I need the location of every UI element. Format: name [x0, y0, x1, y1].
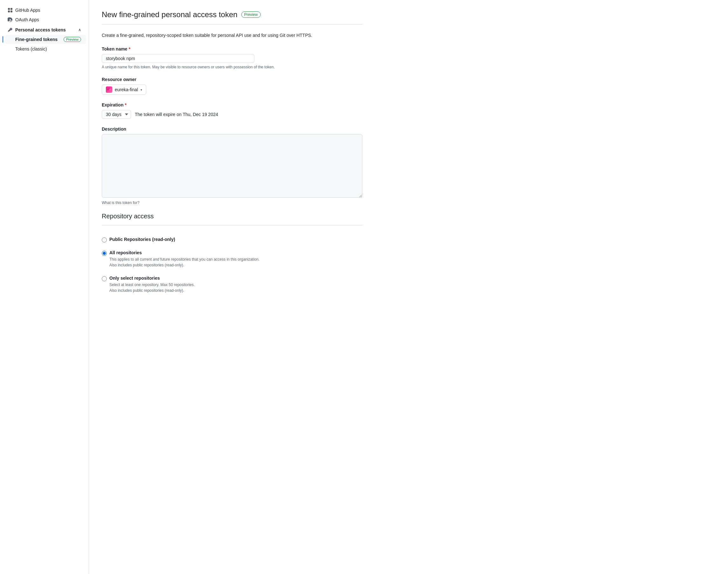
- svg-rect-2: [109, 88, 110, 89]
- sidebar-item-github-apps[interactable]: GitHub Apps: [3, 6, 86, 15]
- radio-select-repos-label: Only select repositories: [109, 276, 195, 281]
- main-content: New fine-grained personal access token P…: [89, 0, 375, 574]
- repository-access-section: Repository access Public Repositories (r…: [102, 213, 362, 297]
- radio-public-repos-labels: Public Repositories (read-only): [109, 237, 175, 242]
- page-title: New fine-grained personal access token: [102, 10, 238, 19]
- grid-icon: [8, 8, 13, 13]
- sidebar-item-tokens-classic[interactable]: Tokens (classic): [5, 44, 86, 53]
- token-name-section: Token name * A unique name for this toke…: [102, 46, 362, 69]
- resource-owner-button[interactable]: eureka-final ▾: [102, 85, 146, 95]
- radio-item-public-repos: Public Repositories (read-only): [102, 233, 362, 246]
- sidebar-group-personal-access-tokens: Personal access tokens ∧ Fine-grained to…: [0, 26, 89, 53]
- sidebar-item-oauth-apps[interactable]: OAuth Apps: [3, 15, 86, 24]
- expiration-hint-text: The token will expire on Thu, Dec 19 202…: [135, 112, 218, 117]
- radio-all-repos-description: This applies to all current and future r…: [109, 256, 259, 268]
- description-hint: What is this token for?: [102, 201, 362, 205]
- radio-item-all-repos: All repositories This applies to all cur…: [102, 246, 362, 272]
- radio-public-repos[interactable]: [102, 237, 107, 243]
- radio-group-repo-access: Public Repositories (read-only) All repo…: [102, 233, 362, 297]
- description-textarea[interactable]: [102, 134, 362, 198]
- sidebar-item-oauth-apps-label: OAuth Apps: [15, 17, 39, 22]
- radio-select-repos[interactable]: [102, 276, 107, 281]
- repository-access-title: Repository access: [102, 213, 362, 220]
- page-title-row: New fine-grained personal access token P…: [102, 10, 362, 19]
- repo-access-divider: [102, 225, 362, 226]
- sidebar-item-fine-grained-tokens[interactable]: Fine-grained tokens Preview: [5, 35, 86, 44]
- chevron-up-icon: ∧: [78, 28, 81, 32]
- sidebar-group-label: Personal access tokens: [15, 27, 66, 32]
- expiration-row: 30 days 60 days 90 days Custom The token…: [102, 110, 362, 119]
- chevron-down-icon: ▾: [140, 88, 142, 91]
- token-name-hint: A unique name for this token. May be vis…: [102, 65, 362, 69]
- key-icon: [8, 27, 13, 32]
- person-icon: [8, 17, 13, 22]
- resource-owner-name: eureka-final: [115, 87, 138, 92]
- fine-grained-preview-badge: Preview: [64, 37, 81, 42]
- expiration-select[interactable]: 30 days 60 days 90 days Custom: [102, 110, 131, 119]
- token-name-label: Token name *: [102, 46, 362, 51]
- description-label: Description: [102, 126, 362, 132]
- org-avatar: [106, 86, 112, 93]
- sidebar: GitHub Apps OAuth Apps Personal access t…: [0, 0, 89, 574]
- sidebar-child-fine-grained-label: Fine-grained tokens: [15, 37, 57, 42]
- expiration-required-star: *: [125, 102, 126, 108]
- radio-all-repos-label: All repositories: [109, 250, 259, 255]
- page-title-badge: Preview: [241, 11, 261, 18]
- token-name-input[interactable]: [102, 54, 254, 63]
- page-description: Create a fine-grained, repository-scoped…: [102, 32, 362, 39]
- sidebar-item-github-apps-label: GitHub Apps: [15, 8, 40, 13]
- sidebar-children: Fine-grained tokens Preview Tokens (clas…: [0, 35, 89, 53]
- resource-owner-label: Resource owner: [102, 77, 362, 82]
- sidebar-child-tokens-classic-label: Tokens (classic): [15, 46, 47, 51]
- expiration-section: Expiration * 30 days 60 days 90 days Cus…: [102, 102, 362, 119]
- radio-public-repos-label: Public Repositories (read-only): [109, 237, 175, 242]
- radio-select-repos-labels: Only select repositories Select at least…: [109, 276, 195, 293]
- title-divider: [102, 24, 362, 25]
- radio-all-repos-labels: All repositories This applies to all cur…: [109, 250, 259, 268]
- sidebar-group-header[interactable]: Personal access tokens ∧: [3, 26, 86, 34]
- radio-all-repos[interactable]: [102, 251, 107, 256]
- description-section: Description What is this token for?: [102, 126, 362, 205]
- radio-item-select-repos: Only select repositories Select at least…: [102, 272, 362, 297]
- radio-select-repos-description: Select at least one repository. Max 50 r…: [109, 282, 195, 293]
- resource-owner-section: Resource owner eureka-final ▾: [102, 77, 362, 95]
- expiration-label: Expiration *: [102, 102, 362, 108]
- token-name-required-star: *: [129, 46, 130, 51]
